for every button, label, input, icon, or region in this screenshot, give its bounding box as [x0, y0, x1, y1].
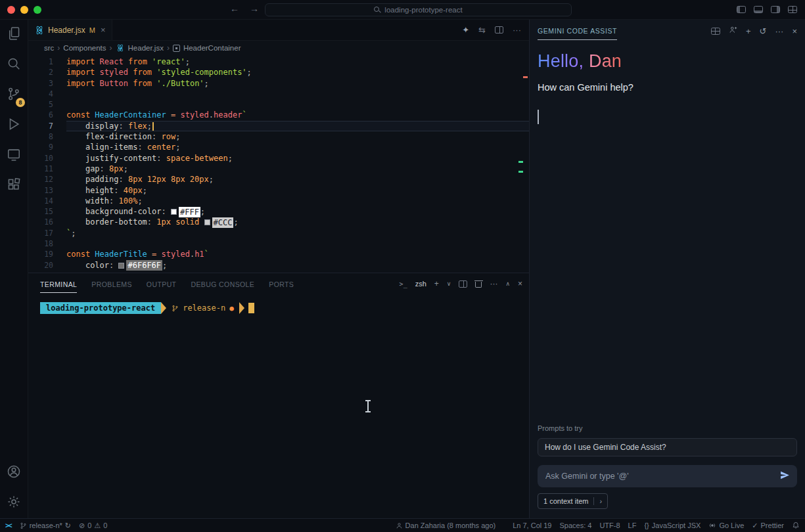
gemini-panel-header: GEMINI CODE ASSIST + ↺ ··· × [530, 20, 805, 42]
code-line-20[interactable]: 20 color: #6F6F6F; [28, 260, 529, 271]
new-terminal-icon[interactable]: + [434, 279, 439, 288]
code-line-9[interactable]: 9 align-items: center; [28, 142, 529, 152]
git-blame-status[interactable]: Dan Zaharia (8 months ago) [396, 521, 496, 529]
code-line-7[interactable]: 7 display: flex; [28, 121, 529, 131]
run-debug-icon [7, 117, 21, 134]
more-actions-icon[interactable]: ··· [490, 279, 497, 288]
more-actions-icon[interactable]: ··· [513, 25, 521, 35]
shell-name: zsh [415, 280, 426, 288]
share-user-icon[interactable] [729, 26, 737, 36]
panel-tab-debug-console[interactable]: DEBUG CONSOLE [191, 275, 254, 293]
new-chat-icon[interactable]: + [746, 26, 751, 36]
sidebar-item-search[interactable] [0, 50, 28, 80]
toggle-primary-sidebar-icon[interactable] [737, 6, 746, 13]
problems-status[interactable]: ⊘ 0 ⚠ 0 [79, 521, 107, 530]
color-swatch-icon[interactable] [118, 263, 124, 269]
context-items-button[interactable]: 1 context item › [538, 493, 608, 509]
code-line-18[interactable]: 18 [28, 238, 529, 249]
gemini-subtitle: How can Gemini help? [538, 82, 797, 93]
open-changes-icon[interactable]: ⇆ [478, 25, 486, 35]
forward-button[interactable]: → [250, 3, 259, 14]
code-line-12[interactable]: 12 padding: 8px 12px 8px 20px; [28, 174, 529, 185]
breadcrumb-symbol[interactable]: HeaderContainer [183, 44, 241, 52]
breadcrumb-src[interactable]: src [44, 44, 54, 52]
go-live-button[interactable]: Go Live [708, 521, 744, 529]
history-icon[interactable]: ↺ [760, 26, 767, 36]
more-actions-icon[interactable]: ··· [775, 26, 783, 36]
sidebar-item-run-debug[interactable] [0, 110, 28, 141]
panel-tab-output[interactable]: OUTPUT [147, 275, 177, 293]
code-editor[interactable]: 1import React from 'react';2import style… [28, 55, 529, 273]
gemini-input-box[interactable] [538, 465, 797, 487]
branch-status[interactable]: release-n* ↻ [20, 521, 71, 530]
split-editor-icon[interactable] [495, 26, 503, 33]
close-window-button[interactable] [7, 6, 15, 14]
color-literal[interactable]: #FFF [171, 207, 200, 217]
code-line-17[interactable]: 17`; [28, 228, 529, 238]
color-literal[interactable]: #6F6F6F [118, 260, 162, 271]
color-literal[interactable]: #CCC [204, 217, 234, 228]
accounts-button[interactable] [0, 458, 28, 488]
minimize-window-button[interactable] [20, 6, 28, 14]
sidebar-item-source-control[interactable]: 8 [0, 80, 28, 110]
notifications-button[interactable] [792, 521, 800, 529]
sidebar-item-extensions[interactable] [0, 171, 28, 201]
language-mode-status[interactable]: {} JavaScript JSX [644, 521, 701, 529]
kill-terminal-icon[interactable] [475, 280, 482, 288]
command-center-search[interactable]: loading-prototype-react [265, 3, 572, 16]
code-line-2[interactable]: 2import styled from 'styled-components'; [28, 67, 529, 78]
maximize-panel-icon[interactable]: ∧ [505, 280, 510, 287]
settings-button[interactable] [0, 488, 28, 518]
code-line-8[interactable]: 8 flex-direction: row; [28, 131, 529, 142]
breadcrumb-components[interactable]: Components [63, 44, 106, 52]
chevron-right-icon: › [167, 43, 170, 53]
gemini-sparkle-icon[interactable]: ✦ [462, 25, 469, 35]
chevron-down-icon[interactable]: ∨ [447, 280, 451, 287]
terminal-content[interactable]: loading-prototype-react release-n ● [28, 294, 529, 518]
panel-tab-ports[interactable]: PORTS [269, 275, 294, 293]
customize-layout-icon[interactable] [788, 6, 797, 13]
breadcrumb-file[interactable]: Header.jsx [128, 44, 164, 52]
layout-icon[interactable] [711, 28, 720, 35]
line-number: 14 [28, 196, 66, 206]
zoom-window-button[interactable] [34, 6, 41, 14]
encoding-status[interactable]: UTF-8 [599, 521, 620, 529]
code-line-3[interactable]: 3import Button from './Button'; [28, 78, 529, 89]
close-tab-button[interactable]: × [101, 25, 106, 35]
close-panel-icon[interactable]: × [518, 279, 522, 288]
remote-indicator[interactable]: >< [5, 522, 12, 529]
toggle-secondary-sidebar-icon[interactable] [771, 6, 780, 13]
color-swatch-icon[interactable] [204, 219, 210, 225]
code-line-15[interactable]: 15 background-color: #FFF; [28, 206, 529, 217]
prettier-status[interactable]: ✓ Prettier [752, 521, 784, 530]
code-line-1[interactable]: 1import React from 'react'; [28, 56, 529, 67]
code-line-11[interactable]: 11 gap: 8px; [28, 164, 529, 174]
gemini-input[interactable] [545, 472, 779, 481]
line-content: justify-content: space-between; [66, 153, 529, 164]
code-line-6[interactable]: 6const HeaderContainer = styled.header` [28, 110, 529, 120]
send-icon[interactable] [779, 470, 791, 483]
indentation-status[interactable]: Spaces: 4 [560, 521, 592, 529]
tab-header-jsx[interactable]: Header.jsx M × [28, 20, 112, 40]
suggested-prompt-chip[interactable]: How do I use Gemini Code Assist? [538, 438, 797, 456]
line-content: color: #6F6F6F; [66, 260, 529, 271]
sidebar-item-remote-explorer[interactable] [0, 141, 28, 171]
toggle-panel-icon[interactable] [754, 6, 763, 13]
gemini-greeting: Hello, Dan [538, 51, 797, 72]
code-line-10[interactable]: 10 justify-content: space-between; [28, 153, 529, 164]
code-line-14[interactable]: 14 width: 100%; [28, 196, 529, 206]
panel-tab-terminal[interactable]: TERMINAL [40, 275, 77, 293]
panel-tab-problems[interactable]: PROBLEMS [91, 275, 132, 293]
split-terminal-icon[interactable] [459, 280, 467, 288]
eol-status[interactable]: LF [628, 521, 637, 529]
sidebar-item-explorer[interactable] [0, 20, 28, 50]
code-line-19[interactable]: 19const HeaderTitle = styled.h1` [28, 249, 529, 259]
code-line-16[interactable]: 16 border-bottom: 1px solid #CCC; [28, 217, 529, 227]
cursor-position-status[interactable]: Ln 7, Col 19 [513, 521, 551, 529]
color-swatch-icon[interactable] [171, 209, 177, 215]
code-line-5[interactable]: 5 [28, 99, 529, 110]
code-line-13[interactable]: 13 height: 40px; [28, 185, 529, 196]
close-panel-icon[interactable]: × [792, 26, 797, 36]
back-button[interactable]: ← [230, 3, 239, 14]
code-line-4[interactable]: 4 [28, 89, 529, 99]
